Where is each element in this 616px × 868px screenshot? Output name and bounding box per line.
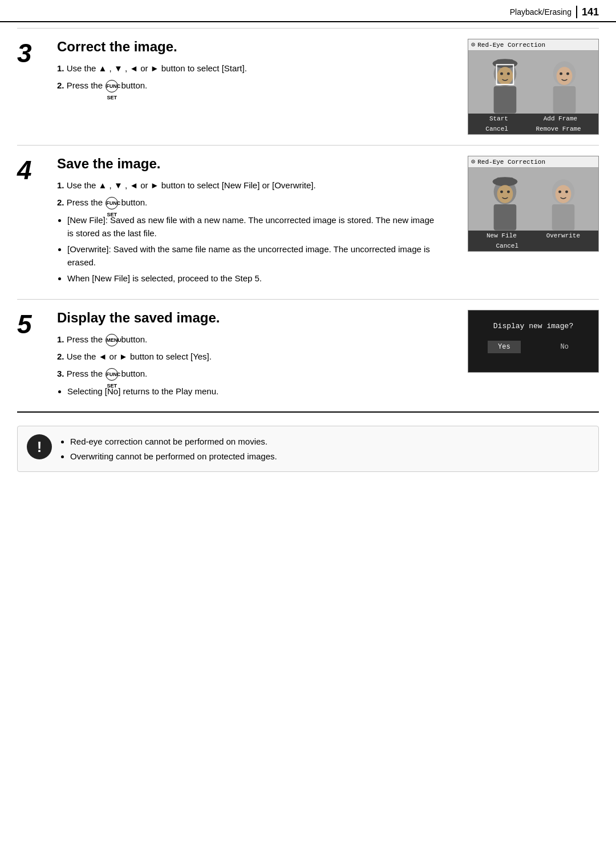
step-4-screen-title-text: Red-Eye Correction: [477, 159, 545, 165]
page-content: 3 Correct the image. 1. Use the ▲ , ▼ , …: [0, 22, 616, 489]
step-5-camera-screen: Display new image? Yes No: [468, 310, 599, 373]
svg-rect-2: [494, 86, 517, 114]
svg-point-7: [507, 72, 510, 75]
svg-rect-18: [497, 177, 514, 184]
step-4-photo-svg: [468, 168, 598, 231]
svg-point-26: [565, 191, 568, 193]
step-5-instruction-3: 3. Press the FUNCSET button.: [57, 367, 439, 381]
svg-rect-9: [553, 86, 576, 114]
section-label: Playback/Erasing: [510, 7, 572, 17]
step-5-bullet-list: Selecting [No] returns to the Play menu.: [57, 385, 439, 398]
svg-rect-16: [494, 204, 517, 231]
step-4-bullet-2: [Overwrite]: Saved with the same file na…: [67, 243, 439, 269]
step-3-num-1: 1.: [57, 63, 64, 73]
note-text: Red-eye correction cannot be performed o…: [60, 434, 277, 463]
note-icon: !: [27, 434, 52, 459]
svg-rect-23: [552, 204, 575, 231]
step-4-screen-title: ⊙ Red-Eye Correction: [468, 156, 598, 168]
step-3-num-2: 2.: [57, 80, 64, 90]
svg-point-11: [560, 72, 562, 75]
step-4-camera-screen: ⊙ Red-Eye Correction: [468, 156, 599, 252]
red-eye-icon-4: ⊙: [471, 158, 475, 166]
svg-point-6: [500, 72, 503, 75]
step-4-bullet-3: When [New File] is selected, proceed to …: [67, 272, 439, 285]
step-3-image-col: ⊙ Red-Eye Correction: [451, 39, 599, 135]
step-4-menu-cancel: Cancel: [496, 243, 518, 249]
step-4-menu-spacer: [567, 243, 571, 249]
step-4-number-col: 4: [17, 156, 57, 289]
step-5-num-3: 3.: [57, 369, 64, 378]
step-5-instruction-1: 1. Press the MENU button.: [57, 333, 439, 346]
step-3-menu-cancel: Cancel: [485, 126, 508, 132]
step-5-num-2: 2.: [57, 352, 64, 361]
svg-rect-14: [468, 168, 598, 230]
step-4-number: 4: [17, 157, 32, 183]
step-3-block: 3 Correct the image. 1. Use the ▲ , ▼ , …: [17, 28, 599, 146]
step-5-image-col: Display new image? Yes No: [451, 310, 599, 402]
svg-point-19: [497, 185, 513, 203]
step-4-instruction-1: 1. Use the ▲ , ▼ , ◄ or ► button to sele…: [57, 179, 439, 192]
step-5-body: Display the saved image. 1. Press the ME…: [57, 310, 451, 402]
step-3-body: Correct the image. 1. Use the ▲ , ▼ , ◄ …: [57, 39, 451, 135]
step-5-instructions: 1. Press the MENU button. 2. Use the ◄ o…: [57, 333, 439, 398]
page-number: 141: [582, 6, 599, 18]
svg-point-12: [566, 72, 569, 75]
svg-point-25: [558, 191, 561, 193]
step-3-title: Correct the image.: [57, 39, 439, 55]
step-3-menu-addframe: Add Frame: [544, 115, 577, 122]
step-4-menu-bar: New File Overwrite: [468, 231, 598, 241]
step-3-photo-area: [468, 51, 598, 114]
step-5-title: Display the saved image.: [57, 310, 439, 326]
step-3-menu-start: Start: [489, 115, 508, 122]
step-5-yes-button[interactable]: Yes: [488, 341, 521, 353]
step-4-num-1: 1.: [57, 180, 64, 190]
svg-point-21: [507, 191, 510, 193]
step-5-dark-buttons: Yes No: [468, 336, 598, 358]
step-4-menu-overwrite: Overwrite: [546, 232, 580, 239]
step-4-title: Save the image.: [57, 156, 439, 172]
step-4-menu-newfile: New File: [487, 232, 517, 239]
svg-point-10: [557, 67, 573, 85]
step-5-dark-prompt: Display new image?: [468, 310, 598, 336]
step-3-menu-removeframe: Remove Frame: [536, 126, 581, 132]
step-4-body: Save the image. 1. Use the ▲ , ▼ , ◄ or …: [57, 156, 451, 289]
step-4-instruction-2: 2. Press the FUNCSET button.: [57, 196, 439, 209]
step-4-bullet-list: [New File]: Saved as new file with a new…: [57, 214, 439, 285]
step-3-number: 3: [17, 40, 32, 66]
step-3-number-col: 3: [17, 39, 57, 135]
func-set-icon-5: FUNCSET: [106, 368, 118, 381]
step-3-instruction-2: 2. Press the FUNCSET button.: [57, 79, 439, 92]
step-3-instruction-1: 1. Use the ▲ , ▼ , ◄ or ► button to sele…: [57, 62, 439, 75]
step-3-screen-title: ⊙ Red-Eye Correction: [468, 39, 598, 51]
note-bullet-1: Red-eye correction cannot be performed o…: [70, 434, 277, 449]
step-4-bullet-1: [New File]: Saved as new file with a new…: [67, 214, 439, 240]
menu-icon-5: MENU: [106, 334, 118, 346]
page-header: Playback/Erasing 141: [0, 0, 616, 22]
step-3-photo-svg: [468, 51, 598, 114]
step-4-block: 4 Save the image. 1. Use the ▲ , ▼ , ◄ o…: [17, 145, 599, 300]
header-divider: [576, 6, 577, 18]
func-set-icon-4: FUNCSET: [106, 197, 118, 209]
func-set-icon-3: FUNCSET: [106, 80, 118, 92]
step-3-menu-bar2: Cancel Remove Frame: [468, 124, 598, 134]
step-4-num-2: 2.: [57, 197, 64, 207]
svg-rect-4: [497, 59, 514, 66]
svg-point-20: [500, 191, 503, 193]
step-3-menu-bar: Start Add Frame: [468, 114, 598, 124]
step-5-block: 5 Display the saved image. 1. Press the …: [17, 299, 599, 413]
svg-point-24: [556, 185, 572, 203]
step-4-menu-bar2: Cancel: [468, 241, 598, 251]
step-4-instructions: 1. Use the ▲ , ▼ , ◄ or ► button to sele…: [57, 179, 439, 285]
svg-point-5: [497, 67, 513, 85]
note-bullet-list: Red-eye correction cannot be performed o…: [60, 434, 277, 463]
step-5-bullet-1: Selecting [No] returns to the Play menu.: [67, 385, 439, 398]
step-3-camera-screen: ⊙ Red-Eye Correction: [468, 39, 599, 135]
step-5-no-label: No: [550, 341, 579, 353]
step-5-number-col: 5: [17, 310, 57, 402]
step-5-num-1: 1.: [57, 334, 64, 344]
note-block: ! Red-eye correction cannot be performed…: [17, 426, 599, 472]
step-4-photo-area: [468, 168, 598, 231]
step-3-screen-title-text: Red-Eye Correction: [477, 42, 545, 49]
red-eye-icon-3: ⊙: [471, 41, 475, 49]
step-5-instruction-2: 2. Use the ◄ or ► button to select [Yes]…: [57, 350, 439, 364]
